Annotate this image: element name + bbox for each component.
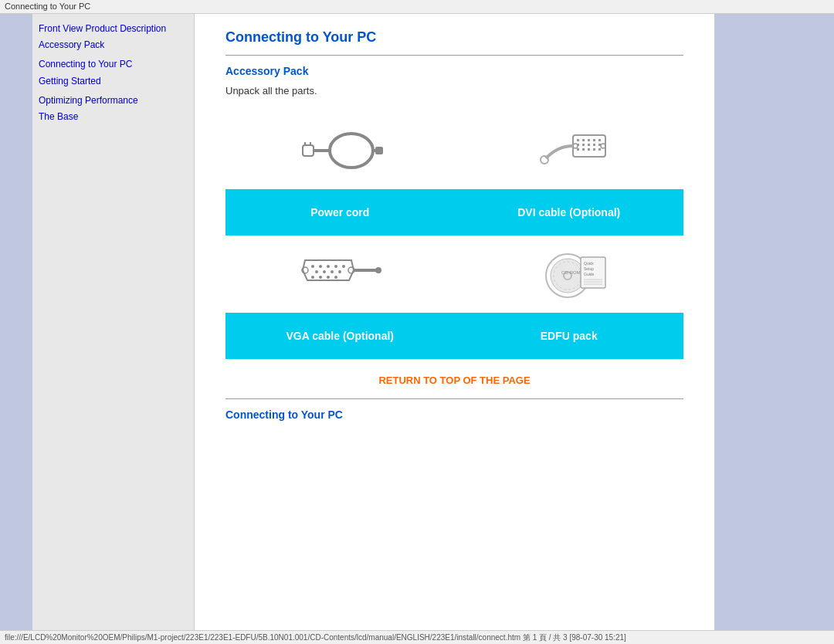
svg-point-45 [551,259,585,293]
product-cell-edfu: CD-ROM Quick Setup Guide EDFU pack [455,236,684,359]
svg-rect-10 [588,139,590,141]
sidebar-item-base[interactable]: The Base [39,110,188,124]
svg-point-37 [319,276,322,279]
svg-point-38 [327,276,330,279]
bottom-divider [225,398,683,399]
sidebar-group-2: Connecting to Your PC Getting Started [39,57,188,88]
edfu-pack-image: CD-ROM Quick Setup Guide [455,236,684,313]
page-title: Connecting to Your PC [225,29,683,46]
svg-rect-18 [577,148,579,151]
svg-point-30 [334,265,337,268]
svg-text:Setup: Setup [584,266,594,271]
svg-point-29 [327,265,330,268]
svg-text:CD-ROM: CD-ROM [561,270,581,275]
return-to-top-link[interactable]: RETURN TO TOP OF THE PAGE [225,375,683,386]
vga-cable-image [225,236,455,313]
svg-rect-11 [593,139,595,141]
sidebar-group-3: Optimizing Performance The Base [39,93,188,124]
connecting-section-title: Connecting to Your PC [225,408,683,421]
svg-rect-8 [577,139,579,141]
vga-cable-icon [293,243,386,305]
svg-point-27 [311,265,314,268]
svg-text:Quick: Quick [584,261,594,266]
sidebar-item-accessory[interactable]: Accessory Pack [39,38,188,53]
product-cell-dvi: DVI cable (Optional) [455,112,684,236]
svg-rect-14 [582,144,585,146]
title-bar: Connecting to Your PC [0,0,834,14]
sidebar-item-front-view[interactable]: Front View Product Description [39,22,188,36]
svg-rect-6 [375,147,383,154]
vga-cable-label: VGA cable (Optional) [225,313,455,359]
title-bar-text: Connecting to Your PC [5,2,90,11]
dvi-cable-icon [523,120,615,181]
svg-point-36 [311,276,314,279]
top-divider [225,55,683,56]
sidebar-item-connecting[interactable]: Connecting to Your PC [39,57,188,72]
products-grid: Power cord [225,112,683,359]
svg-rect-16 [593,144,595,146]
svg-rect-2 [303,145,314,156]
svg-rect-22 [598,148,601,151]
svg-text:Guide: Guide [584,272,595,276]
sidebar-group-1: Front View Product Description Accessory… [39,22,188,53]
svg-rect-19 [582,148,585,151]
accessory-section-title: Accessory Pack [225,65,683,77]
svg-point-28 [319,265,322,268]
edfu-pack-icon: CD-ROM Quick Setup Guide [523,243,615,305]
svg-point-0 [330,134,373,168]
dvi-cable-image [455,112,684,189]
svg-rect-20 [588,148,590,151]
svg-rect-21 [593,148,595,151]
left-margin [0,14,32,630]
svg-point-34 [331,270,334,273]
power-cord-label: Power cord [225,189,455,236]
edfu-pack-label: EDFU pack [455,313,684,359]
intro-text: Unpack all the parts. [225,85,683,97]
svg-rect-15 [588,144,590,146]
power-cord-icon [293,120,386,181]
sidebar-item-optimizing[interactable]: Optimizing Performance [39,93,188,108]
product-cell-power-cord: Power cord [225,112,455,236]
right-margin [714,14,834,630]
svg-point-32 [315,270,318,273]
svg-point-41 [375,267,381,273]
dvi-cable-label: DVI cable (Optional) [455,189,684,236]
product-cell-vga: VGA cable (Optional) [225,236,455,359]
status-bar: file:///E/LCD%20Monitor%20OEM/Philips/M1… [0,630,834,644]
power-cord-image [225,112,455,189]
status-bar-text: file:///E/LCD%20Monitor%20OEM/Philips/M1… [5,633,626,642]
svg-rect-9 [582,139,585,141]
svg-point-25 [541,156,548,164]
svg-point-39 [334,276,337,279]
main-content: Connecting to Your PC Accessory Pack Unp… [195,14,714,630]
svg-point-35 [338,270,341,273]
sidebar: Front View Product Description Accessory… [32,14,195,630]
sidebar-item-getting-started[interactable]: Getting Started [39,74,188,89]
svg-point-31 [342,265,345,268]
svg-point-33 [323,270,326,273]
svg-rect-12 [598,139,601,141]
